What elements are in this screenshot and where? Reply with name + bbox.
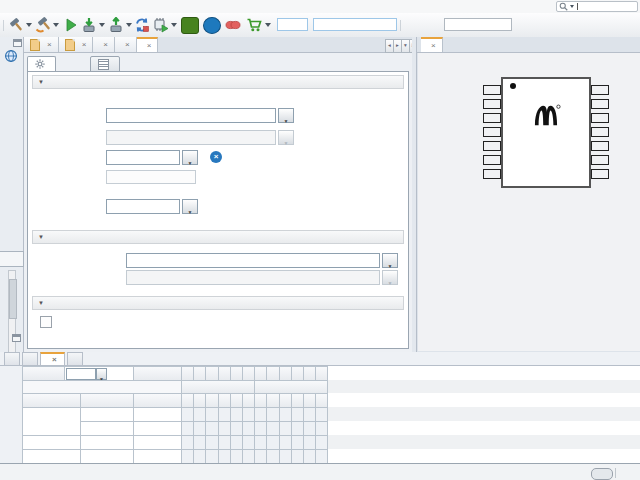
pc-register-field[interactable] [277,18,308,31]
tab-main-c-2[interactable] [59,37,94,52]
port-a-header[interactable] [182,381,255,394]
grid-cell-clkout-rc3[interactable] [292,436,304,450]
port-c-header[interactable] [255,381,328,394]
program-dropdown-icon[interactable] [99,23,105,27]
grid-cell-gpio-ra4[interactable] [231,450,243,464]
docked-tab-fragment[interactable] [0,251,24,267]
tab-output[interactable] [22,352,38,365]
pin-1-vdd[interactable] [483,85,501,95]
grid-cell-tx-rc4[interactable] [304,422,316,436]
grid-cell-tx-ra1[interactable] [194,422,206,436]
notification-count-badge[interactable] [591,468,613,480]
grid-cell-gpio-rc1[interactable] [267,450,279,464]
watchdog-enable-combo[interactable] [126,253,380,268]
grid-cell-tx-ra4[interactable] [231,422,243,436]
float-window-icon[interactable] [13,39,22,47]
grid-cell-clkout-ra4[interactable] [231,436,243,450]
pin-13-ra0[interactable] [591,99,609,109]
grid-cell-clkout-ra1[interactable] [194,436,206,450]
function-cell[interactable] [81,408,134,422]
grid-cell-gpio-rc3[interactable] [292,450,304,464]
close-icon[interactable] [82,41,87,49]
direction-cell[interactable] [134,450,182,464]
package-dropdown-icon[interactable] [96,368,107,380]
float-window-icon[interactable] [12,334,21,342]
pin-5-rc5[interactable] [483,141,501,151]
direction-cell[interactable] [134,408,182,422]
tab-easy-setup[interactable] [27,56,56,72]
grid-cell-rx-rc0[interactable] [255,408,267,422]
tab-notifications-mcc[interactable] [67,352,83,365]
tab-pin-manager-grid-view[interactable] [40,352,65,365]
grid-cell-tx-rc2[interactable] [280,422,292,436]
pll-deselect-icon[interactable]: × [210,151,222,163]
grid-cell-rx-ra3[interactable] [219,408,231,422]
attach-chip-icon[interactable] [153,17,169,33]
grid-cell-rx-ra2[interactable] [206,408,218,422]
globe-icon[interactable] [4,49,18,63]
grid-cell-clkout-rc2[interactable] [280,436,292,450]
grid-cell-tx-ra2[interactable] [206,422,218,436]
function-cell[interactable] [81,450,134,464]
build-dropdown-icon[interactable] [26,23,32,27]
grid-cell-clkout-ra3[interactable] [219,436,231,450]
section-internal-oscillator[interactable] [32,75,404,89]
section-wdt[interactable] [32,230,404,244]
grid-cell-tx-ra5[interactable] [243,422,255,436]
wreg-status-field[interactable] [313,18,397,31]
grid-cell-rx-rc3[interactable] [292,408,304,422]
module-cell-pin-module[interactable] [23,450,81,464]
clean-build-hammer-icon[interactable] [35,17,51,33]
keyword-search-input[interactable] [444,18,512,31]
grid-cell-tx-rc1[interactable] [267,422,279,436]
close-icon[interactable] [52,356,57,364]
direction-cell[interactable] [134,436,182,450]
grid-cell-tx-rc5[interactable] [316,422,328,436]
grid-cell-clkout-ra0[interactable] [182,436,194,450]
grid-cell-gpio-rc4[interactable] [304,450,316,464]
pin-11-ra2[interactable] [591,127,609,137]
section-programming[interactable] [32,296,404,310]
grid-cell-tx-ra3[interactable] [219,422,231,436]
mcc-badge[interactable] [203,17,221,34]
close-icon[interactable] [431,42,436,50]
tab-notifications[interactable] [4,352,20,365]
close-icon[interactable] [147,42,152,50]
grid-cell-gpio-rc5[interactable] [316,450,328,464]
grid-cell-rx-rc2[interactable] [280,408,292,422]
pin-14-vss[interactable] [591,85,609,95]
grid-cell-gpio-ra3[interactable] [219,450,231,464]
grid-cell-rx-ra0[interactable] [182,408,194,422]
tab-pin-manager-package-view[interactable] [421,37,443,52]
clock-divider-combo[interactable] [106,199,180,214]
function-cell[interactable] [81,436,134,450]
function-cell[interactable] [81,422,134,436]
tab-registers[interactable] [90,56,120,72]
grid-cell-rx-ra5[interactable] [243,408,255,422]
read-dropdown-icon[interactable] [126,23,132,27]
pin-7-rc3[interactable] [483,169,501,179]
oscillator-select-dropdown-icon[interactable] [278,108,294,123]
pin-4-mclr[interactable] [483,127,501,137]
close-icon[interactable] [103,41,108,49]
grid-cell-rx-rc5[interactable] [316,408,328,422]
pin-10-rc0[interactable] [591,141,609,151]
tab-system-module[interactable] [137,37,159,52]
grid-cell-rx-ra4[interactable] [231,408,243,422]
grid-cell-tx-rc3[interactable] [292,422,304,436]
grid-cell-clkout-rc0[interactable] [255,436,267,450]
oscillator-select-combo[interactable] [106,108,276,123]
grid-cell-gpio-ra2[interactable] [206,450,218,464]
grid-cell-tx-ra0[interactable] [182,422,194,436]
tab-interrupt-module[interactable] [115,37,137,52]
grid-cell-tx-rc0[interactable] [255,422,267,436]
data-visualizer-badge[interactable] [181,17,199,34]
pin-2-ra5[interactable] [483,99,501,109]
close-icon[interactable] [47,41,52,49]
attach-dropdown-icon[interactable] [171,23,177,27]
grid-cell-rx-ra1[interactable] [194,408,206,422]
grid-cell-gpio-ra0[interactable] [182,450,194,464]
scrollbar-thumb[interactable] [9,279,17,319]
module-cell-eusart[interactable] [23,408,81,436]
tab-pin-module[interactable] [93,37,115,52]
